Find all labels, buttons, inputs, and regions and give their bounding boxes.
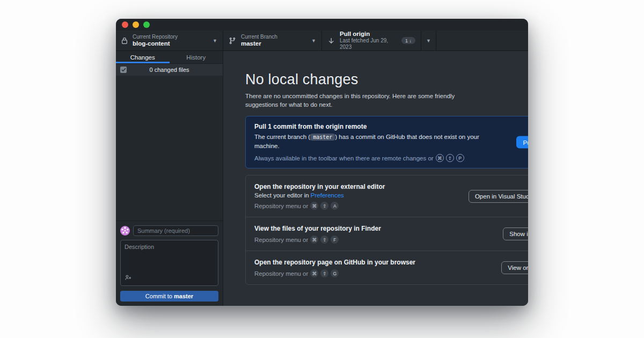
- a-key-icon: A: [331, 202, 339, 210]
- g-key-icon: G: [331, 269, 339, 277]
- chevron-down-icon: ▼: [426, 38, 431, 43]
- description-box: [120, 240, 218, 286]
- arrow-down-icon: [327, 37, 335, 45]
- cmd-key-icon: ⌘: [310, 269, 318, 277]
- chevron-down-icon: ▼: [311, 38, 316, 43]
- callout-title: Pull 1 commit from the origin remote: [254, 123, 485, 130]
- preferences-link[interactable]: Preferences: [311, 192, 344, 199]
- changes-sidebar: Changes History 0 changed files: [116, 51, 223, 306]
- pull-subtitle: Last fetched Jun 29, 2023: [340, 38, 397, 50]
- zoom-window-button[interactable]: [143, 21, 150, 28]
- commit-form: Commit to master: [116, 221, 223, 306]
- chevron-down-icon: ▼: [213, 38, 217, 43]
- shift-key-icon: ⇧: [320, 236, 328, 244]
- current-repository-dropdown[interactable]: Current Repository blog-content ▼: [116, 31, 223, 50]
- github-desktop-window: Current Repository blog-content ▼ Curren…: [116, 19, 528, 306]
- pull-commit-callout: Pull 1 commit from the origin remote The…: [245, 116, 528, 168]
- cmd-key-icon: ⌘: [436, 154, 444, 162]
- show-in-finder-button[interactable]: Show in Finder: [503, 227, 528, 240]
- cmd-key-icon: ⌘: [310, 202, 318, 210]
- pull-count-badge: 1 ↓: [401, 37, 415, 44]
- summary-input[interactable]: [133, 225, 218, 236]
- changes-file-list: [116, 76, 223, 221]
- pull-origin-toolbar-button[interactable]: Pull origin Last fetched Jun 29, 2023 1 …: [322, 31, 421, 50]
- view-on-github-button[interactable]: View on GitHub: [501, 261, 528, 274]
- suggestion-show-in-finder: View the files of your repository in Fin…: [246, 217, 528, 251]
- toolbar-spacer: [436, 31, 528, 50]
- shift-key-icon: ⇧: [446, 154, 454, 162]
- suggestion-open-editor: Open the repository in your external edi…: [246, 175, 528, 217]
- pull-origin-button[interactable]: Pull origin: [516, 136, 529, 149]
- lock-icon: [121, 37, 128, 45]
- shift-key-icon: ⇧: [320, 269, 328, 277]
- current-branch-dropdown[interactable]: Current Branch master ▼: [223, 31, 322, 50]
- main-content: No local changes There are no uncommitte…: [223, 51, 528, 306]
- tab-changes[interactable]: Changes: [116, 51, 170, 63]
- callout-hint: Always available in the toolbar when the…: [254, 154, 485, 162]
- suggestions-group: Open the repository in your external edi…: [245, 175, 528, 285]
- sidebar-tabs: Changes History: [116, 51, 223, 64]
- commit-button[interactable]: Commit to master: [120, 291, 218, 302]
- changed-files-header: 0 changed files: [116, 64, 223, 76]
- page-title: No local changes: [245, 71, 528, 88]
- close-window-button[interactable]: [122, 21, 128, 28]
- suggestion-view-on-github: Open the repository page on GitHub in yo…: [246, 251, 528, 284]
- callout-body: The current branch (master) has a commit…: [254, 133, 485, 150]
- user-avatar: [120, 226, 130, 236]
- shift-key-icon: ⇧: [320, 202, 328, 210]
- fetch-options-dropdown[interactable]: ▼: [421, 31, 436, 50]
- branch-code-pill: master: [310, 134, 335, 141]
- cmd-key-icon: ⌘: [310, 236, 318, 244]
- p-key-icon: P: [456, 154, 464, 162]
- branch-label: Current Branch: [241, 34, 277, 40]
- add-coauthor-icon[interactable]: [125, 274, 131, 282]
- minimize-window-button[interactable]: [133, 21, 139, 28]
- page-subtitle: There are no uncommitted changes in this…: [245, 92, 471, 109]
- changed-files-count: 0 changed files: [116, 67, 223, 73]
- pull-title: Pull origin: [340, 31, 397, 38]
- window-controls: [122, 21, 150, 28]
- git-branch-icon: [229, 37, 236, 45]
- open-in-editor-button[interactable]: Open in Visual Studio Code: [469, 190, 528, 203]
- description-input[interactable]: [121, 240, 218, 275]
- repo-label: Current Repository: [133, 34, 178, 40]
- branch-name: master: [241, 40, 277, 47]
- f-key-icon: F: [331, 236, 339, 244]
- titlebar: [116, 19, 528, 31]
- tab-history[interactable]: History: [170, 51, 223, 63]
- toolbar: Current Repository blog-content ▼ Curren…: [116, 31, 528, 51]
- repo-name: blog-content: [133, 40, 178, 47]
